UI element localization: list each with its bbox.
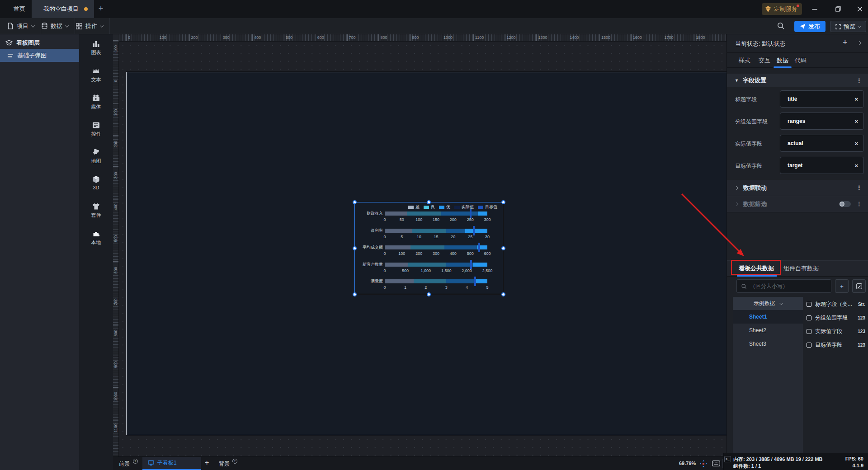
data-linkage-menu-icon[interactable]: ⋮ <box>856 184 862 191</box>
actual-value-bar <box>385 245 477 249</box>
layer-item-bullet-chart[interactable]: 基础子弹图 <box>0 49 79 62</box>
publish-button[interactable]: 发布 <box>794 21 826 32</box>
field-settings-section[interactable]: ▼ 字段设置 ⋮ <box>727 74 868 87</box>
field-checkbox[interactable] <box>807 315 811 320</box>
rail-item-5[interactable]: 地图 <box>79 148 113 164</box>
data-search-input[interactable] <box>750 283 822 289</box>
target-marker <box>470 209 472 218</box>
data-linkage-section[interactable]: 数据联动 ⋮ <box>727 180 868 196</box>
chevron-down-icon <box>100 24 104 27</box>
add-board-button[interactable]: + <box>205 459 209 467</box>
edit-data-button[interactable] <box>852 279 866 293</box>
menu-ops[interactable]: 操作 <box>69 18 110 34</box>
panel-tab-1[interactable]: 样式 <box>739 53 750 68</box>
field-checkbox[interactable] <box>807 343 811 348</box>
field-checkbox[interactable] <box>807 329 811 334</box>
clear-field-icon[interactable]: × <box>854 140 858 147</box>
bullet-chart-widget[interactable]: 差良优实际值目标值财政收入050100150200250300盈利率051015… <box>354 202 503 294</box>
foreground-label[interactable]: 前景 <box>119 460 130 468</box>
panel-tab-3[interactable]: 数据 <box>777 53 788 68</box>
target-marker <box>473 226 475 235</box>
preview-button[interactable]: 预览 <box>830 21 866 32</box>
window-minimize-button[interactable] <box>808 4 821 14</box>
clear-field-icon[interactable]: × <box>854 162 858 169</box>
search-button[interactable] <box>777 22 785 30</box>
selection-handle[interactable] <box>353 292 357 296</box>
tab-component-own-data[interactable]: 组件自有数据 <box>783 261 819 276</box>
data-field-row-3[interactable]: 实际值字段123 <box>807 324 865 338</box>
field-input-1[interactable]: title× <box>780 90 864 108</box>
background-label[interactable]: 背景 <box>219 460 230 468</box>
zoom-level[interactable]: 69.79% <box>679 461 696 466</box>
rail-item-4[interactable]: 控件 <box>79 121 113 137</box>
field-input-4[interactable]: target× <box>780 157 864 174</box>
data-filter-toggle[interactable] <box>839 201 851 207</box>
rail-item-2[interactable]: 文本 <box>79 67 113 83</box>
selection-handle[interactable] <box>427 200 431 204</box>
add-state-button[interactable]: + <box>843 38 848 47</box>
state-row: 当前状态: 默认状态 + <box>727 34 868 53</box>
legend-item: 优 <box>439 204 450 210</box>
unsaved-dot-icon <box>84 7 88 11</box>
selection-handle[interactable] <box>501 200 505 204</box>
rail-item-3[interactable]: 媒体 <box>79 94 113 110</box>
file-icon <box>7 23 14 29</box>
bullet-bar <box>385 279 487 283</box>
field-input-3[interactable]: actual× <box>780 135 864 152</box>
field-checkbox[interactable] <box>807 302 811 307</box>
new-tab-button[interactable]: + <box>96 4 106 14</box>
rail-item-1[interactable]: 图表 <box>79 40 113 56</box>
sheet-item-sheet2[interactable]: Sheet2 <box>733 324 803 337</box>
rail-icon-6 <box>92 175 100 183</box>
tab-project[interactable]: 我的空白项目 <box>32 0 94 18</box>
add-foreground-button[interactable]: + <box>133 459 138 464</box>
selection-handle[interactable] <box>353 246 357 250</box>
tab-home[interactable]: 首页 <box>5 0 33 18</box>
bullet-row-label: 新客户数量 <box>355 262 383 268</box>
chart-legend: 差良优实际值目标值 <box>408 204 497 210</box>
caret-right-icon <box>735 186 738 189</box>
selection-handle[interactable] <box>501 292 505 296</box>
add-data-button[interactable]: + <box>835 279 849 293</box>
tab-board-public-data[interactable]: 看板公共数据 <box>739 261 774 276</box>
terminal-icon[interactable]: >_ <box>724 456 731 462</box>
selection-handle[interactable] <box>427 292 431 296</box>
fit-screen-button[interactable] <box>698 459 708 468</box>
panel-tabs: 样式交互数据代码 <box>727 53 868 68</box>
window-close-button[interactable] <box>854 4 866 14</box>
field-label-4: 目标值字段 <box>735 162 762 170</box>
data-field-row-1[interactable]: 标题字段（类...Str. <box>807 297 865 311</box>
data-field-name: 分组范围字段 <box>815 314 848 322</box>
actual-value-bar <box>385 279 474 283</box>
sheet-item-sheet3[interactable]: Sheet3 <box>733 337 803 351</box>
field-settings-menu-icon[interactable]: ⋮ <box>856 77 862 84</box>
rail-item-7[interactable]: 套件 <box>79 202 113 219</box>
caret-down-icon: ▼ <box>735 78 739 83</box>
data-filter-menu-icon[interactable]: ⋮ <box>856 201 862 207</box>
clear-field-icon[interactable]: × <box>854 118 858 125</box>
sheet-item-sheet1[interactable]: Sheet1 <box>733 310 803 324</box>
field-input-2[interactable]: ranges× <box>780 113 864 130</box>
data-field-row-4[interactable]: 目标值字段123 <box>807 338 865 352</box>
clear-field-icon[interactable]: × <box>854 96 858 103</box>
window-restore-button[interactable] <box>832 4 844 14</box>
tab-subboard-1[interactable]: 子看板1 <box>142 457 201 470</box>
data-filter-section[interactable]: 数据筛选 ⋮ <box>727 196 868 212</box>
panel-tab-4[interactable]: 代码 <box>795 53 807 68</box>
rail-item-8[interactable]: 本地 <box>79 230 113 246</box>
dataset-dropdown[interactable]: 示例数据 <box>733 297 803 310</box>
axis-tick-label: 3 <box>436 285 456 290</box>
layers-panel: 看板图层 基础子弹图 <box>0 34 79 470</box>
selection-handle[interactable] <box>501 246 505 250</box>
selection-handle[interactable] <box>353 200 357 204</box>
rail-item-6[interactable]: 3D <box>79 175 113 190</box>
add-background-button[interactable]: + <box>232 459 237 464</box>
expand-states-icon[interactable] <box>858 41 861 45</box>
legend-swatch <box>408 206 414 209</box>
axis-tick-label: 300 <box>477 217 497 222</box>
data-field-row-2[interactable]: 分组范围字段123 <box>807 311 865 324</box>
shortcut-keys-button[interactable] <box>711 459 721 468</box>
custom-service-badge[interactable]: 定制服务 <box>762 3 802 15</box>
panel-tab-2[interactable]: 交互 <box>759 53 770 68</box>
menu-data-label: 数据 <box>51 22 62 30</box>
